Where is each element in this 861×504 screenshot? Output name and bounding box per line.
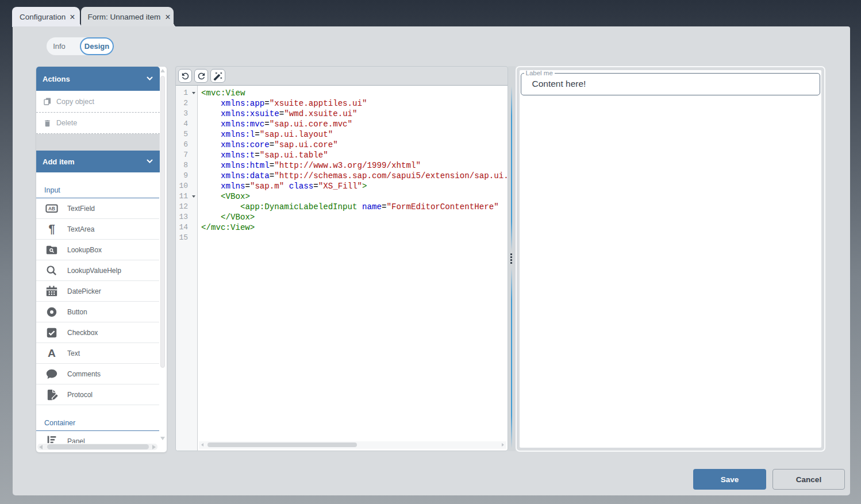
svg-text:¶: ¶ (48, 223, 55, 235)
svg-text:AB: AB (48, 206, 55, 211)
svg-text:A: A (48, 347, 56, 359)
